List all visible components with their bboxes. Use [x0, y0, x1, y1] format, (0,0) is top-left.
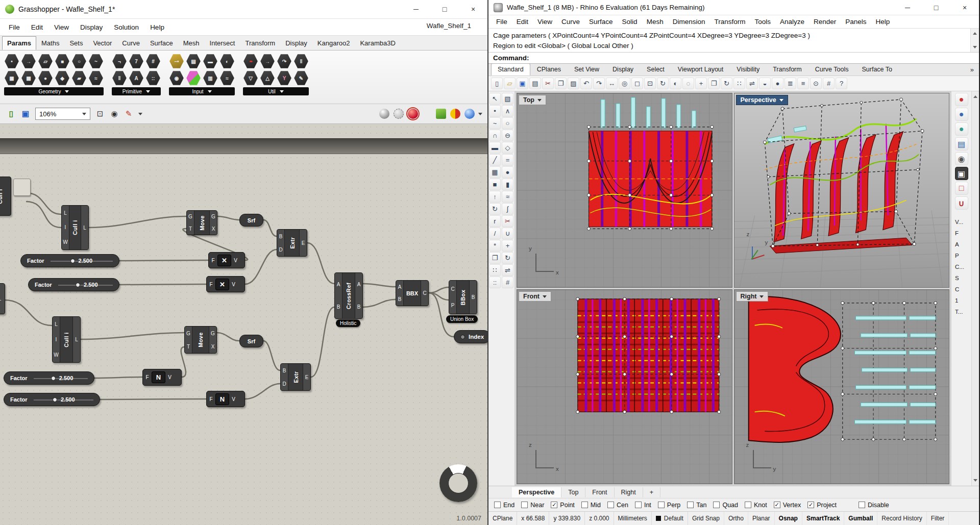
panel-tab[interactable]: T...: [951, 306, 971, 317]
input-port[interactable]: F: [209, 258, 217, 263]
input-port[interactable]: A: [337, 282, 340, 287]
number-slider[interactable]: Factor 2.500: [4, 371, 94, 385]
button-icon[interactable]: ▬: [203, 54, 218, 69]
osnap-toggle[interactable]: Project: [807, 502, 837, 509]
display-panel-icon[interactable]: ▤: [955, 137, 968, 151]
rh-toolbar-tab[interactable]: Standard: [491, 63, 530, 76]
paste-icon[interactable]: ▨: [568, 78, 579, 89]
status-toggle[interactable]: SmartTrack: [802, 512, 844, 525]
scroll-down-icon[interactable]: [973, 46, 977, 51]
jump-icon[interactable]: ↷: [277, 54, 292, 69]
panel-tab[interactable]: F: [951, 228, 971, 239]
rotate-icon[interactable]: ↻: [721, 78, 732, 89]
copy-object-icon[interactable]: ❐: [708, 78, 720, 89]
osnap-toggle[interactable]: Tan: [687, 502, 706, 509]
curve-icon[interactable]: ~: [489, 117, 501, 129]
point-icon[interactable]: •: [4, 54, 19, 69]
input-port[interactable]: B: [398, 296, 402, 302]
slider-knob[interactable]: [76, 283, 80, 287]
number-slider-icon[interactable]: –•: [169, 54, 184, 69]
red-preview-icon[interactable]: [408, 109, 418, 119]
component-edge-stub[interactable]: L: [0, 283, 5, 314]
viewport-front[interactable]: Front z x: [517, 289, 732, 484]
output-port[interactable]: V: [229, 396, 238, 402]
gh-menu-item[interactable]: Edit: [26, 21, 48, 34]
input-port[interactable]: T: [187, 344, 190, 349]
scroll-up-icon[interactable]: [973, 93, 977, 98]
lock-icon[interactable]: ●: [772, 78, 783, 89]
rh-menu-item[interactable]: Curve: [557, 16, 584, 28]
polyline-icon[interactable]: ∧: [502, 105, 513, 117]
input-port[interactable]: B: [279, 234, 283, 239]
osnap-toggle[interactable]: Disable: [859, 502, 889, 509]
data-dam-icon[interactable]: ‖: [293, 54, 309, 69]
gh-menu-item[interactable]: View: [48, 21, 75, 34]
wireframe-preview-icon[interactable]: [394, 109, 404, 119]
gh-menu-item[interactable]: Display: [75, 21, 108, 34]
checkbox[interactable]: [807, 502, 814, 508]
box-icon[interactable]: ■: [55, 54, 70, 69]
save-definition-icon[interactable]: ▣: [19, 108, 32, 120]
copy-icon[interactable]: ❐: [555, 78, 567, 89]
rh-menu-item[interactable]: Analyze: [775, 16, 809, 28]
redo-icon[interactable]: ↷: [593, 78, 605, 89]
panel-scrollbar[interactable]: [971, 91, 979, 486]
osnap-toggle[interactable]: Point: [551, 502, 575, 509]
panel-tab[interactable]: 1: [951, 295, 971, 306]
checkbox[interactable]: [745, 502, 751, 508]
half-preview-icon[interactable]: [450, 109, 460, 119]
checkbox[interactable]: [551, 502, 557, 508]
rh-menu-item[interactable]: Tools: [750, 16, 775, 28]
rh-toolbar-tab[interactable]: Visibility: [730, 63, 766, 76]
material-sphere-icon[interactable]: ●: [955, 108, 968, 121]
canvas-compass-widget[interactable]: [439, 464, 477, 502]
output-port[interactable]: L: [83, 225, 86, 231]
blue-wire-preview-icon[interactable]: [464, 109, 475, 119]
field-icon[interactable]: ≈: [88, 70, 104, 86]
box-icon[interactable]: ■: [489, 179, 501, 190]
command-history[interactable]: Cage parameters ( XPointCount=4 YPointCo…: [488, 29, 979, 53]
rh-menu-item[interactable]: Solid: [618, 16, 642, 28]
checkbox[interactable]: [521, 502, 528, 508]
rh-toolbar-tab[interactable]: Display: [606, 63, 640, 76]
osnap-toggle[interactable]: Vertex: [774, 502, 801, 509]
viewport-title[interactable]: Top: [519, 95, 546, 105]
checkbox[interactable]: [713, 502, 720, 508]
circle-icon[interactable]: ○: [502, 117, 513, 129]
checkbox[interactable]: [658, 502, 665, 508]
chevron-down-icon[interactable]: [138, 113, 142, 117]
input-port[interactable]: L: [55, 321, 58, 327]
gh-menu-item[interactable]: File: [3, 21, 26, 34]
panel-icon[interactable]: ▤: [186, 54, 201, 69]
input-port[interactable]: B: [283, 368, 286, 373]
surface-icon[interactable]: ▦: [4, 70, 19, 86]
point-icon[interactable]: •: [489, 105, 501, 117]
viewport-right[interactable]: Right z y: [734, 289, 950, 484]
undo-icon[interactable]: ↶: [580, 78, 592, 89]
gh-canvas[interactable]: Cull i L LIW Cull i L GT Move: [0, 124, 487, 525]
brep-icon[interactable]: ◆: [55, 70, 70, 86]
flask-icon[interactable]: Y: [277, 70, 292, 86]
mesh-icon[interactable]: ▩: [21, 70, 36, 86]
status-toggle[interactable]: Filter: [927, 512, 949, 525]
plane-icon[interactable]: ▱: [38, 54, 53, 69]
knob-icon[interactable]: ◉: [169, 70, 184, 86]
rh-toolbar-tab[interactable]: Select: [640, 63, 671, 76]
split-icon[interactable]: /: [489, 228, 501, 239]
input-port[interactable]: L: [64, 210, 67, 216]
slider-knob[interactable]: [53, 397, 57, 402]
move-icon[interactable]: +: [502, 240, 513, 252]
rectangle-icon[interactable]: ▬: [489, 142, 501, 154]
curve-icon[interactable]: ~: [88, 54, 104, 69]
rh-menu-item[interactable]: Help: [871, 16, 895, 28]
input-port[interactable]: G: [186, 331, 190, 336]
help-icon[interactable]: ?: [836, 78, 847, 89]
scroll-down-icon[interactable]: [973, 479, 977, 484]
cplane-selector[interactable]: CPlane: [488, 512, 517, 525]
boolean-icon[interactable]: ¬: [112, 54, 127, 69]
chevron-down-icon[interactable]: [478, 113, 482, 117]
rotate-view-icon[interactable]: ↻: [657, 78, 669, 89]
gh-category-tab[interactable]: Curve: [117, 36, 145, 50]
gh-category-tab[interactable]: Vector: [88, 36, 117, 50]
output-port[interactable]: E: [302, 240, 305, 246]
